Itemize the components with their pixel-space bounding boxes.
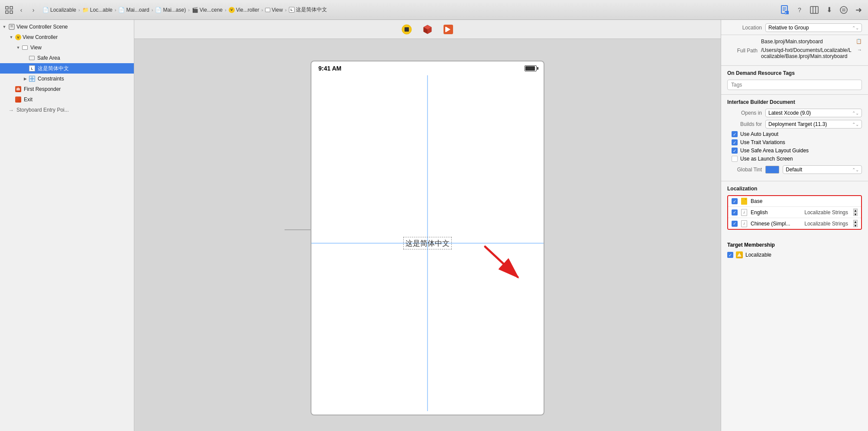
localization-title: Localization — [727, 186, 862, 192]
svg-rect-1 — [10, 6, 13, 9]
vc-icon: V — [15, 34, 21, 40]
sidebar-item-vc-scene[interactable]: ▼ View Controller Scene — [0, 22, 134, 32]
breadcrumb-label[interactable]: L 这是简体中文 — [287, 5, 329, 14]
filepath-area: Base.lproj/Main.storyboard 📋 Full Path /… — [721, 35, 868, 66]
global-tint-value: Default — [786, 167, 802, 173]
phone-label-element[interactable]: 这是简体中文 — [403, 237, 452, 250]
launch-screen-label: Use as Launch Screen — [740, 156, 793, 162]
global-tint-dropdown[interactable]: Default ⌃⌄ — [783, 165, 862, 174]
target-membership-title: Target Membership — [727, 242, 862, 248]
svg-rect-10 — [810, 6, 818, 13]
sidebar-item-vc[interactable]: ▼ V View Controller — [0, 32, 134, 42]
breadcrumb-scene[interactable]: 🎬 Vie...cene — [190, 6, 224, 14]
canvas-toolbar — [134, 20, 721, 39]
builds-for-value: Deployment Target (11.3) — [768, 121, 827, 127]
trait-variations-label: Use Trait Variations — [740, 139, 785, 145]
sidebar-item-safe-area[interactable]: ▶ Safe Area — [0, 53, 134, 63]
sidebar-label-entry: Storyboard Entry Poi... — [16, 107, 69, 113]
on-demand-section: On Demand Resource Tags — [721, 66, 868, 95]
loc-chinese-stepper[interactable]: ▲ ▼ — [853, 220, 858, 227]
document-icon[interactable]: i — [780, 5, 790, 15]
canvas-drawing-area: 9:41 AM 这是简体中文 — [134, 39, 721, 431]
canvas-area: 9:41 AM 这是简体中文 — [134, 20, 721, 431]
opens-in-row: Opens in Latest Xcode (9.0) ⌃⌄ — [727, 109, 862, 117]
breadcrumb-storyboard2[interactable]: 📄 Mai...ase) — [153, 6, 188, 14]
main-toolbar: ‹ › 📄 Localizable › 📁 Loc...able › 📄 Mai… — [0, 0, 868, 20]
loc-english-type: Localizable Strings — [804, 209, 848, 216]
svg-point-13 — [840, 6, 847, 13]
target-row-localizable: ✓ Localizable — [727, 251, 862, 258]
sidebar-label-vc-scene: View Controller Scene — [16, 24, 68, 30]
forward-button[interactable]: › — [29, 5, 38, 15]
location-value: Relative to Group — [768, 25, 809, 31]
launch-screen-checkbox[interactable] — [732, 156, 738, 162]
loc-base-icon — [741, 198, 747, 205]
opens-in-dropdown[interactable]: Latest Xcode (9.0) ⌃⌄ — [765, 109, 862, 117]
loc-chinese-checkbox[interactable]: ✓ — [732, 221, 738, 227]
breadcrumb-folder[interactable]: 📁 Loc...able — [81, 6, 114, 14]
cube-icon[interactable] — [421, 23, 434, 35]
ib-document-title: Interface Builder Document — [727, 99, 862, 105]
ib-document-section: Interface Builder Document Opens in Late… — [721, 95, 868, 181]
download-icon[interactable]: ⬇ — [824, 5, 834, 15]
global-tint-label: Global Tint — [727, 167, 762, 173]
loc-english-name: English — [751, 209, 801, 216]
location-dropdown[interactable]: Relative to Group ⌃⌄ — [765, 23, 862, 32]
right-panel: Location Relative to Group ⌃⌄ Base.lproj… — [721, 20, 868, 431]
main-content: ▼ View Controller Scene ▼ V View Control… — [0, 20, 868, 431]
auto-layout-checkbox[interactable]: ✓ — [732, 131, 738, 137]
opens-in-value: Latest Xcode (9.0) — [768, 110, 811, 116]
auto-layout-label: Use Auto Layout — [740, 131, 778, 137]
target-localizable-label: Localizable — [745, 252, 771, 258]
loc-english-checkbox[interactable]: ✓ — [732, 209, 738, 216]
trait-variations-checkbox[interactable]: ✓ — [732, 139, 738, 145]
location-chevron: ⌃⌄ — [852, 26, 859, 30]
breadcrumb-controller[interactable]: V Vie...roller — [227, 6, 261, 14]
exit-icon — [15, 96, 21, 103]
sidebar-label-constraints: Constraints — [38, 76, 64, 82]
tags-input[interactable] — [727, 80, 862, 90]
target-localizable-checkbox[interactable]: ✓ — [727, 252, 733, 258]
fullpath-goto-icon[interactable]: → — [857, 47, 862, 52]
breadcrumb-view[interactable]: View — [263, 6, 285, 14]
target-localizable-icon — [736, 251, 743, 258]
svg-rect-2 — [6, 11, 8, 13]
sidebar-item-first-responder[interactable]: ▶ First Responder — [0, 84, 134, 94]
loc-base-checkbox[interactable]: ✓ — [732, 198, 738, 204]
on-demand-title: On Demand Resource Tags — [727, 70, 862, 76]
back-button[interactable]: ‹ — [16, 5, 26, 15]
breadcrumb-storyboard[interactable]: 📄 Mai...oard — [117, 6, 151, 14]
safe-area-guides-checkbox[interactable]: ✓ — [732, 148, 738, 154]
loc-row-chinese: ✓ i Chinese (Simpl... Localizable String… — [728, 218, 861, 229]
first-responder-icon — [15, 86, 21, 92]
loc-english-icon: i — [741, 209, 747, 216]
svg-rect-3 — [10, 11, 13, 13]
help-icon[interactable]: ? — [794, 5, 805, 15]
sidebar-item-label[interactable]: ▶ L 这是简体中文 — [0, 63, 134, 74]
global-tint-row: Global Tint Default ⌃⌄ — [727, 165, 862, 174]
play-back-icon[interactable] — [442, 23, 454, 35]
sidebar-label-first-responder: First Responder — [24, 86, 61, 92]
grid-icon[interactable] — [4, 5, 14, 15]
breadcrumb-localizable[interactable]: 📄 Localizable — [41, 6, 78, 14]
phone-battery — [525, 65, 537, 71]
inspector-icon[interactable] — [809, 5, 819, 15]
sidebar-label-label: 这是简体中文 — [38, 65, 69, 72]
canvas-toolbar-icons — [401, 23, 454, 35]
loc-english-stepper[interactable]: ▲ ▼ — [853, 209, 858, 216]
entry-arrow-icon: → — [8, 107, 14, 113]
sidebar-item-view[interactable]: ▼ View — [0, 42, 134, 53]
checkbox-trait-variations: ✓ Use Trait Variations — [727, 139, 862, 145]
sidebar-item-constraints[interactable]: ▶ Constraints — [0, 74, 134, 84]
sidebar-item-entry[interactable]: → Storyboard Entry Poi... — [0, 105, 134, 115]
tint-swatch[interactable] — [765, 166, 779, 174]
sidebar-item-exit[interactable]: ▶ Exit — [0, 94, 134, 105]
loc-chinese-icon: i — [741, 220, 747, 227]
loc-chinese-name: Chinese (Simpl... — [751, 221, 801, 227]
svg-marker-34 — [737, 253, 742, 257]
library-icon[interactable] — [839, 5, 849, 15]
stop-circle-icon[interactable] — [401, 23, 413, 35]
navigate-icon[interactable]: ➜ — [853, 5, 864, 15]
builds-for-dropdown[interactable]: Deployment Target (11.3) ⌃⌄ — [765, 120, 862, 129]
localization-box: ✓ Base ✓ i English Localizable Strings — [727, 195, 862, 230]
